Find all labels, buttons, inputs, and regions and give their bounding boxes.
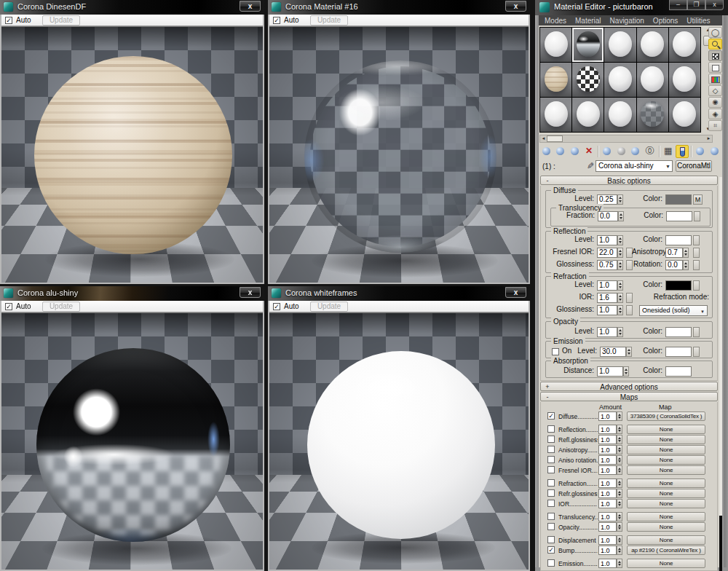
ior-map-button[interactable] xyxy=(626,293,633,303)
map-slot-button[interactable]: ap #2190 ( CoronaWireTex ) xyxy=(627,546,705,555)
map-amount-field[interactable]: 1.0 xyxy=(598,455,617,465)
map-amount-field[interactable]: 1.0 xyxy=(598,425,617,434)
rollout-basic-header[interactable]: - Basic options xyxy=(540,176,718,185)
update-button[interactable]: Update xyxy=(310,302,348,312)
make-preview-icon[interactable]: ◇ xyxy=(708,85,722,96)
opacity-color-swatch[interactable] xyxy=(665,327,692,337)
sample-slot-checker[interactable] xyxy=(572,63,604,97)
backlight-icon[interactable] xyxy=(708,39,722,50)
map-amount-field[interactable]: 1.0 xyxy=(598,522,617,532)
sample-slot-plain[interactable] xyxy=(540,28,571,62)
put-material-to-scene-icon[interactable] xyxy=(554,145,567,158)
map-amount-field[interactable]: 1.0 xyxy=(598,512,617,521)
map-amount-field[interactable]: 1.0 xyxy=(598,546,617,555)
opacity-level-spinner[interactable] xyxy=(617,327,623,337)
map-slot-button[interactable]: None xyxy=(627,499,705,508)
map-checkbox[interactable] xyxy=(547,559,555,567)
close-icon[interactable]: x xyxy=(505,287,526,298)
refraction-color-map-button[interactable] xyxy=(693,280,700,291)
map-amount-spinner[interactable] xyxy=(617,512,622,521)
make-material-copy-icon[interactable] xyxy=(601,145,614,158)
reflection-level-field[interactable]: 1.0 xyxy=(597,235,617,245)
put-to-library-icon[interactable] xyxy=(629,145,642,158)
map-checkbox[interactable] xyxy=(547,513,555,520)
diffuse-color-swatch[interactable] xyxy=(665,194,692,205)
go-to-parent-icon[interactable] xyxy=(694,145,707,158)
map-amount-field[interactable]: 1.0 xyxy=(598,445,617,454)
map-amount-spinner[interactable] xyxy=(617,522,622,532)
anisotropy-spinner[interactable] xyxy=(683,248,689,258)
refraction-level-spinner[interactable] xyxy=(617,280,623,291)
anisotropy-map-button[interactable] xyxy=(693,248,700,258)
update-button[interactable]: Update xyxy=(42,15,80,25)
assign-material-to-selection-icon[interactable] xyxy=(569,145,582,158)
rotation-map-button[interactable] xyxy=(693,260,700,270)
update-button[interactable]: Update xyxy=(42,302,80,312)
map-amount-field[interactable]: 1.0 xyxy=(598,435,617,444)
sample-slot-plain[interactable] xyxy=(604,63,636,97)
menu-navigation[interactable]: Navigation xyxy=(610,17,644,25)
menu-options[interactable]: Options xyxy=(653,17,678,25)
window-titlebar[interactable]: Corona Material #16 x xyxy=(268,0,530,15)
absorption-distance-field[interactable]: 1.0 xyxy=(597,366,623,377)
map-amount-field[interactable]: 1.0 xyxy=(598,479,617,488)
sample-slot-plain[interactable] xyxy=(669,63,700,97)
scroll-left-icon[interactable]: ◄ xyxy=(540,135,547,142)
map-amount-field[interactable]: 1.0 xyxy=(598,411,617,421)
rollout-scrollbar[interactable] xyxy=(719,177,722,566)
absorption-distance-spinner[interactable] xyxy=(623,366,629,377)
refraction-level-field[interactable]: 1.0 xyxy=(597,280,617,291)
material-map-navigator-icon[interactable]: ⌗ xyxy=(708,120,722,131)
map-checkbox[interactable] xyxy=(547,436,555,443)
map-amount-spinner[interactable] xyxy=(617,546,622,555)
pick-material-icon[interactable]: ✎ xyxy=(584,161,594,172)
editor-titlebar[interactable]: Material Editor - picturbaron – ❐ x xyxy=(535,0,728,15)
map-amount-spinner[interactable] xyxy=(617,435,622,444)
diffuse-level-spinner[interactable] xyxy=(617,194,623,205)
translucency-fraction-field[interactable]: 0.0 xyxy=(598,211,618,221)
map-slot-button[interactable]: None xyxy=(627,479,705,488)
refraction-glossiness-spinner[interactable] xyxy=(617,305,623,315)
scrollbar-thumb[interactable] xyxy=(719,516,722,571)
reflection-color-swatch[interactable] xyxy=(665,235,692,245)
map-slot-button[interactable]: None xyxy=(627,465,705,475)
material-id-channel-icon[interactable]: ⓪ xyxy=(643,145,656,158)
reflection-level-spinner[interactable] xyxy=(617,235,623,245)
map-slot-button[interactable]: 37385309 ( CoronaSolidTex ) xyxy=(627,411,705,421)
opacity-color-map-button[interactable] xyxy=(693,327,700,337)
select-by-material-icon[interactable]: ◈ xyxy=(708,109,722,119)
map-amount-spinner[interactable] xyxy=(617,455,622,465)
map-slot-button[interactable]: None xyxy=(627,435,705,444)
auto-checkbox[interactable]: ✓ xyxy=(273,303,280,310)
get-material-icon[interactable] xyxy=(540,145,553,158)
diffuse-map-button[interactable]: M xyxy=(693,194,703,205)
ior-spinner[interactable] xyxy=(617,293,623,303)
options-icon[interactable]: ◉ xyxy=(708,97,722,108)
map-amount-spinner[interactable] xyxy=(617,559,622,568)
map-amount-spinner[interactable] xyxy=(617,445,622,454)
emission-color-map-button[interactable] xyxy=(693,347,700,357)
video-color-check-icon[interactable] xyxy=(708,74,722,84)
material-class-button[interactable]: CoronaMtl xyxy=(676,160,712,172)
sample-slot-plain[interactable] xyxy=(540,98,571,132)
map-amount-spinner[interactable] xyxy=(617,535,622,545)
sample-slot-chrome[interactable] xyxy=(572,28,604,62)
sample-uv-tiling-icon[interactable] xyxy=(708,62,722,73)
rollout-advanced-header[interactable]: + Advanced options xyxy=(540,382,718,391)
map-checkbox[interactable]: ✓ xyxy=(547,546,555,554)
sample-slot-plain[interactable] xyxy=(669,28,700,62)
reset-map-icon[interactable]: ✕ xyxy=(582,145,596,158)
map-slot-button[interactable]: None xyxy=(627,559,705,568)
sample-slot-plain[interactable] xyxy=(637,63,668,97)
map-amount-field[interactable]: 1.0 xyxy=(598,499,617,508)
scroll-right-icon[interactable]: ► xyxy=(705,135,712,142)
scroll-handle[interactable] xyxy=(547,135,563,142)
minimize-icon[interactable]: – xyxy=(669,0,687,10)
background-icon[interactable] xyxy=(708,50,722,61)
map-slot-button[interactable]: None xyxy=(627,522,705,532)
map-checkbox[interactable] xyxy=(547,446,555,453)
map-amount-field[interactable]: 1.0 xyxy=(598,489,617,498)
map-amount-field[interactable]: 1.0 xyxy=(598,559,617,568)
sample-slot-wood[interactable] xyxy=(540,63,571,97)
refraction-glossiness-field[interactable]: 1.0 xyxy=(597,305,617,315)
